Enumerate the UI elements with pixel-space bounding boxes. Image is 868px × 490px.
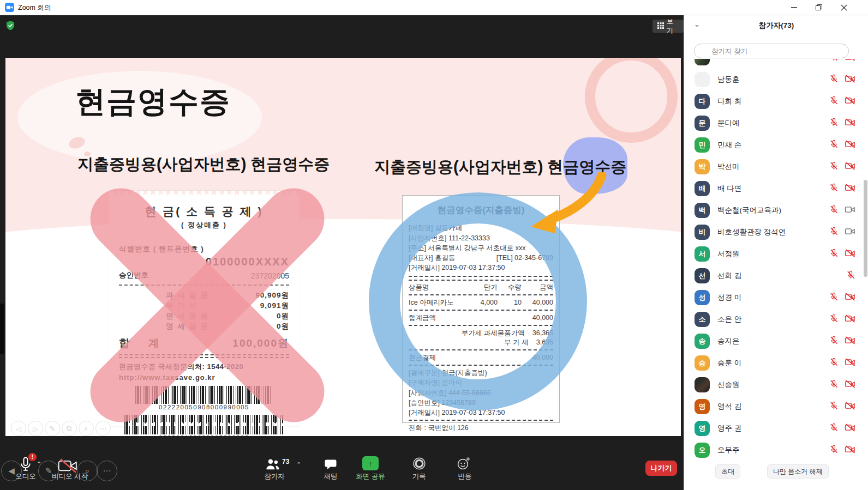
approval-value: 237202005	[251, 271, 289, 280]
video-muted-icon[interactable]	[845, 183, 855, 195]
participant-row[interactable]: 배 배 다연	[684, 178, 868, 199]
annotation-more-button[interactable]: ⋯	[97, 461, 117, 481]
receipt-title: 현 금( 소 득 공 제 )	[109, 204, 299, 219]
video-muted-icon[interactable]	[845, 118, 855, 129]
video-on-icon[interactable]	[845, 205, 855, 216]
reactions-button-label[interactable]: 반응	[454, 472, 476, 481]
zoom-tool-button[interactable]: ⌕	[79, 421, 94, 436]
subtotal-label: 합계금액	[409, 313, 436, 322]
screen-share-icon[interactable]: ↑	[362, 456, 379, 470]
invite-button[interactable]: 초대	[715, 464, 740, 479]
video-muted-icon[interactable]	[845, 249, 855, 260]
unmute-myself-button[interactable]: 나만 음소거 해제	[767, 464, 829, 479]
video-muted-icon[interactable]	[845, 74, 855, 86]
participants-icon[interactable]	[265, 457, 280, 474]
video-muted-icon[interactable]	[845, 59, 855, 64]
mic-muted-icon[interactable]	[829, 183, 839, 195]
record-button-label[interactable]: 기록	[409, 472, 429, 481]
participant-row[interactable]: 성 성경 이	[684, 287, 868, 308]
mic-muted-icon[interactable]	[829, 445, 839, 456]
more-tools-button[interactable]: ⋯	[95, 421, 111, 436]
video-muted-icon[interactable]	[845, 423, 855, 434]
participant-name: 성경 이	[717, 293, 829, 303]
mic-muted-icon[interactable]	[829, 140, 839, 151]
audio-warning-badge: !	[28, 453, 37, 461]
mic-muted-icon[interactable]	[829, 379, 839, 391]
participant-row[interactable]: 영 영석 김	[684, 396, 868, 418]
participant-row[interactable]: 영 영주 권	[684, 418, 868, 439]
mic-muted-icon[interactable]	[829, 401, 839, 413]
video-muted-icon[interactable]	[845, 445, 855, 456]
participants-options-chevron[interactable]: ⌃	[296, 461, 301, 468]
security-shield-icon[interactable]	[5, 20, 16, 31]
video-on-icon[interactable]	[845, 227, 855, 238]
participant-row[interactable]: 서 서정원	[684, 243, 868, 265]
mic-muted-icon[interactable]	[829, 205, 839, 216]
participant-row[interactable]: 비 비호생활관장 정석연	[684, 221, 868, 243]
next-slide-button[interactable]: ▷	[28, 421, 43, 436]
video-muted-icon[interactable]	[845, 314, 855, 325]
mic-muted-icon[interactable]	[829, 74, 839, 86]
receipt-subtitle: ( 정상매출 )	[109, 220, 299, 230]
screen-share-label[interactable]: 화면 공유	[354, 472, 387, 481]
copy-tool-button[interactable]: ⧉	[62, 421, 77, 436]
participant-row[interactable]: 승 승훈 이	[684, 352, 868, 374]
participant-row[interactable]	[684, 59, 868, 69]
audio-button-label[interactable]: 오디오	[9, 472, 43, 481]
reactions-icon[interactable]	[456, 456, 471, 473]
mic-muted-icon[interactable]	[829, 423, 839, 434]
participant-row[interactable]: 문 문다예	[684, 112, 868, 134]
participant-row[interactable]: 남동훈	[684, 69, 868, 90]
video-muted-icon[interactable]	[845, 140, 855, 151]
avatar: 성	[695, 290, 710, 305]
close-button[interactable]	[831, 0, 857, 15]
mic-muted-icon[interactable]	[829, 96, 839, 107]
chat-icon[interactable]	[324, 458, 337, 473]
leave-meeting-button[interactable]: 나가기	[645, 461, 677, 476]
taxbase-value: 36,365	[532, 329, 553, 337]
mic-muted-icon[interactable]	[829, 249, 839, 260]
participants-button-label[interactable]: 참가자	[258, 472, 291, 481]
mic-muted-icon[interactable]	[829, 161, 839, 173]
participant-row[interactable]: 송 송지은	[684, 330, 868, 352]
chat-button-label[interactable]: 채팅	[320, 472, 342, 481]
participant-row[interactable]: 민 민채 손	[684, 134, 868, 156]
participant-search-input[interactable]	[694, 44, 849, 58]
avatar: 영	[695, 421, 710, 436]
pen-tool-button[interactable]: ✎	[45, 421, 60, 436]
video-muted-icon[interactable]	[845, 96, 855, 107]
video-muted-icon[interactable]	[845, 379, 855, 391]
participant-row[interactable]: 다 다희 최	[684, 90, 868, 112]
participant-row[interactable]: 소 소은 안	[684, 308, 868, 330]
video-muted-icon[interactable]	[845, 161, 855, 173]
mic-muted-icon[interactable]	[829, 358, 839, 369]
panel-scrollbar-thumb[interactable]	[864, 180, 867, 277]
left-receipt-heading: 지출증빙용(사업자번호) 현금영수증	[77, 154, 330, 176]
mic-muted-icon[interactable]	[829, 292, 839, 304]
participant-row[interactable]: 오 오무주	[684, 439, 868, 461]
mic-muted-icon[interactable]	[829, 314, 839, 325]
annotation-spotlight-button[interactable]: ⌕	[77, 461, 98, 481]
view-button[interactable]: 보기	[653, 20, 684, 33]
participant-row[interactable]: 선 선희 김	[684, 265, 868, 287]
video-muted-icon[interactable]	[845, 401, 855, 413]
video-muted-icon[interactable]	[845, 292, 855, 304]
prev-slide-button[interactable]: ◁	[11, 421, 26, 436]
mic-muted-icon[interactable]	[846, 270, 855, 282]
avatar: 박	[695, 159, 710, 174]
mic-muted-icon[interactable]	[829, 118, 839, 129]
record-icon[interactable]	[412, 456, 427, 473]
minimize-button[interactable]	[781, 0, 806, 15]
receipt-zigzag-edge	[109, 421, 299, 426]
participant-name: 영주 권	[717, 424, 829, 433]
participant-row[interactable]: 신승원	[684, 374, 868, 396]
video-muted-icon[interactable]	[845, 358, 855, 369]
participant-name: 소은 안	[717, 314, 829, 324]
mic-muted-icon[interactable]	[829, 336, 839, 347]
mic-muted-icon[interactable]	[829, 227, 839, 238]
video-muted-icon[interactable]	[845, 336, 855, 347]
participant-row[interactable]: 백 백순철(국어교육과)	[684, 199, 868, 221]
restore-button[interactable]	[806, 0, 831, 15]
mic-muted-icon[interactable]	[829, 59, 839, 64]
participant-row[interactable]: 박 박선미	[684, 156, 868, 178]
